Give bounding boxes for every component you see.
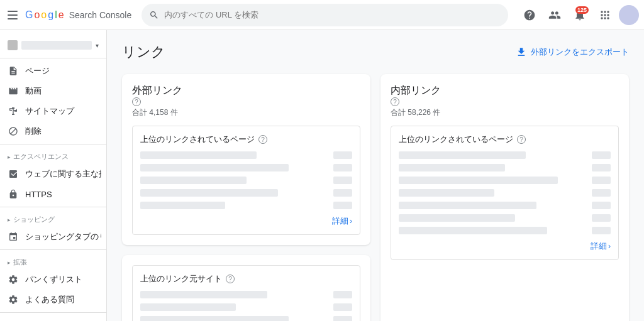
external-links-card: 外部リンク ? 合計 4,158 件 上位のリンクされているページ ? (122, 74, 370, 245)
page-title: リンク (122, 43, 165, 62)
internal-links-info-icon[interactable]: ? (391, 97, 399, 106)
export-button[interactable]: 外部リンクをエクスポート (516, 46, 629, 58)
sidebar-item-page[interactable]: ページ (0, 61, 101, 81)
search-bar[interactable] (142, 4, 508, 26)
table-row (399, 151, 611, 159)
section-experience: エクスペリエンス (0, 147, 106, 164)
internal-links-card: 内部リンク ? 合計 58,226 件 上位のリンクされているページ ? (380, 74, 629, 321)
cards-grid: 外部リンク ? 合計 4,158 件 上位のリンクされているページ ? (122, 74, 629, 321)
internal-top-linked-detail-link[interactable]: 詳細 › (591, 241, 611, 252)
table-row (399, 177, 611, 184)
table-row (140, 291, 352, 298)
external-top-linked-footer: 詳細 › (140, 215, 352, 227)
external-referring-sites: 上位のリンク元サイト ? 詳細 › (132, 265, 360, 321)
top-referring-sites-card: 上位のリンク元サイト ? 詳細 › (122, 255, 370, 321)
external-links-title: 外部リンク ? (132, 84, 360, 106)
divider-1 (0, 144, 106, 144)
avatar[interactable] (619, 5, 639, 25)
external-links-top-linked-pages: 上位のリンクされているページ ? 詳細 › (132, 126, 360, 235)
sidebar-item-page-label: ページ (25, 65, 50, 77)
sidebar-item-breadcrumb[interactable]: パンくずリスト (0, 269, 101, 290)
external-links-subtitle: 合計 4,158 件 (132, 107, 360, 118)
internal-links-title: 内部リンク ? (391, 84, 619, 106)
chevron-right-icon: › (350, 217, 352, 226)
site-selector[interactable]: ▾ (0, 35, 106, 58)
table-row (140, 164, 352, 171)
divider-3 (0, 249, 106, 250)
section-expansion: 拡張 (0, 253, 106, 269)
header: Google Search Console 125 (0, 0, 644, 30)
sidebar-item-faq[interactable]: よくある質問 (0, 290, 101, 310)
site-icon (8, 40, 18, 50)
sidebar-item-delete-label: 削除 (25, 126, 42, 137)
table-row (399, 164, 611, 171)
search-icon (149, 10, 159, 20)
section-security: セキュリティと手動による対策 (0, 315, 106, 321)
table-row (140, 303, 352, 311)
sidebar: ▾ ページ 動画 サイトマップ 削除 エクスペリエンス (0, 30, 107, 321)
internal-top-linked-info[interactable]: ? (517, 135, 526, 144)
video-icon (8, 85, 19, 97)
export-icon (516, 46, 527, 58)
sidebar-item-delete[interactable]: 削除 (0, 121, 101, 141)
faq-icon (8, 294, 19, 305)
shopping-tab-icon (8, 231, 19, 242)
table-row (140, 316, 352, 321)
internal-top-linked-title: 上位のリンクされているページ ? (399, 134, 611, 145)
notifications-button[interactable]: 125 (569, 4, 591, 26)
hamburger-menu[interactable] (5, 8, 20, 23)
internal-links-subtitle: 合計 58,226 件 (391, 107, 619, 118)
table-row (140, 177, 352, 184)
referring-sites-info[interactable]: ? (226, 275, 235, 283)
https-icon (8, 188, 19, 200)
header-left: Google Search Console (5, 8, 131, 23)
page-icon (8, 65, 19, 77)
app-title: Search Console (69, 10, 132, 20)
external-top-linked-title: 上位のリンクされているページ ? (140, 134, 352, 145)
table-row (399, 214, 611, 222)
referring-sites-title: 上位のリンク元サイト ? (140, 273, 352, 285)
table-row (399, 202, 611, 209)
divider-2 (0, 207, 106, 207)
section-shopping: ショッピング (0, 210, 106, 227)
delete-icon (8, 126, 19, 137)
sidebar-item-video-label: 動画 (25, 85, 42, 97)
sidebar-item-video[interactable]: 動画 (0, 81, 101, 101)
sidebar-item-sitemap-label: サイトマップ (25, 106, 74, 117)
table-row (140, 151, 352, 159)
help-button[interactable] (518, 4, 541, 26)
header-right: 125 (518, 4, 639, 26)
layout: ▾ ページ 動画 サイトマップ 削除 エクスペリエンス (0, 30, 644, 321)
sidebar-item-web-vitals[interactable]: ウェブに関する主な指標 (0, 164, 101, 184)
apps-button[interactable] (594, 4, 616, 26)
sidebar-item-shopping-tab-label: ショッピングタブのリス... (25, 231, 101, 242)
people-icon-button[interactable] (543, 4, 566, 26)
main-header: リンク 外部リンクをエクスポート (122, 43, 629, 62)
sitemap-icon (8, 106, 19, 117)
external-links-column: 外部リンク ? 合計 4,158 件 上位のリンクされているページ ? (122, 74, 370, 321)
sidebar-item-web-vitals-label: ウェブに関する主な指標 (25, 168, 101, 180)
export-label: 外部リンクをエクスポート (531, 46, 629, 58)
chevron-down-icon: ▾ (96, 42, 99, 49)
site-name (21, 41, 92, 50)
external-top-linked-detail-link[interactable]: 詳細 › (332, 215, 352, 227)
table-row (140, 189, 352, 197)
external-top-linked-info[interactable]: ? (258, 135, 267, 144)
web-vitals-icon (8, 168, 19, 180)
sidebar-item-sitemap[interactable]: サイトマップ (0, 101, 101, 121)
main-content: リンク 外部リンクをエクスポート 外部リンク ? 合計 4,158 件 上位のリ… (107, 30, 644, 321)
table-row (399, 189, 611, 197)
chevron-right-icon-3: › (608, 242, 611, 251)
notifications-badge: 125 (575, 6, 589, 14)
divider-4 (0, 312, 106, 313)
sidebar-item-faq-label: よくある質問 (25, 294, 74, 305)
sidebar-item-https-label: HTTPS (25, 190, 52, 199)
sidebar-item-https[interactable]: HTTPS (0, 184, 101, 204)
internal-top-linked-pages: 上位のリンクされているページ ? 詳細 › (391, 126, 619, 260)
table-row (140, 202, 352, 209)
sidebar-item-shopping-tab[interactable]: ショッピングタブのリス... (0, 227, 101, 247)
search-input[interactable] (164, 10, 501, 19)
external-links-info-icon[interactable]: ? (132, 97, 141, 106)
table-row (399, 227, 611, 234)
internal-top-linked-footer: 詳細 › (399, 241, 611, 252)
